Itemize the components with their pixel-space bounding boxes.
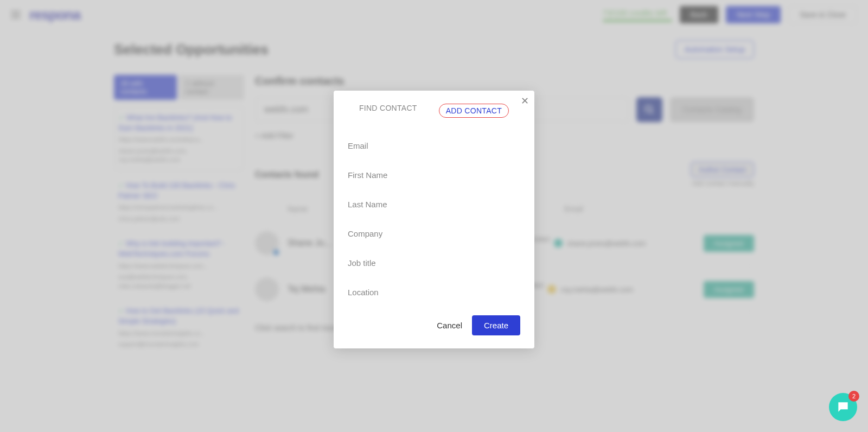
first-name-field[interactable]: First Name xyxy=(348,160,520,189)
location-field[interactable]: Location xyxy=(348,277,520,307)
company-field[interactable]: Company xyxy=(348,219,520,248)
last-name-field[interactable]: Last Name xyxy=(348,189,520,219)
chat-widget[interactable]: 2 xyxy=(829,393,857,421)
job-title-field[interactable]: Job title xyxy=(348,248,520,277)
close-icon[interactable]: ✕ xyxy=(521,96,529,106)
chat-icon xyxy=(836,400,850,414)
modal-overlay[interactable]: ✕ FIND CONTACT ADD CONTACT Email First N… xyxy=(0,0,868,432)
chat-badge: 2 xyxy=(848,391,859,402)
create-button[interactable]: Create xyxy=(472,315,520,335)
add-contact-modal: ✕ FIND CONTACT ADD CONTACT Email First N… xyxy=(334,91,534,348)
email-field[interactable]: Email xyxy=(348,131,520,160)
cancel-button[interactable]: Cancel xyxy=(437,321,462,330)
add-contact-tab[interactable]: ADD CONTACT xyxy=(439,104,509,118)
find-contact-tab[interactable]: FIND CONTACT xyxy=(359,104,417,118)
